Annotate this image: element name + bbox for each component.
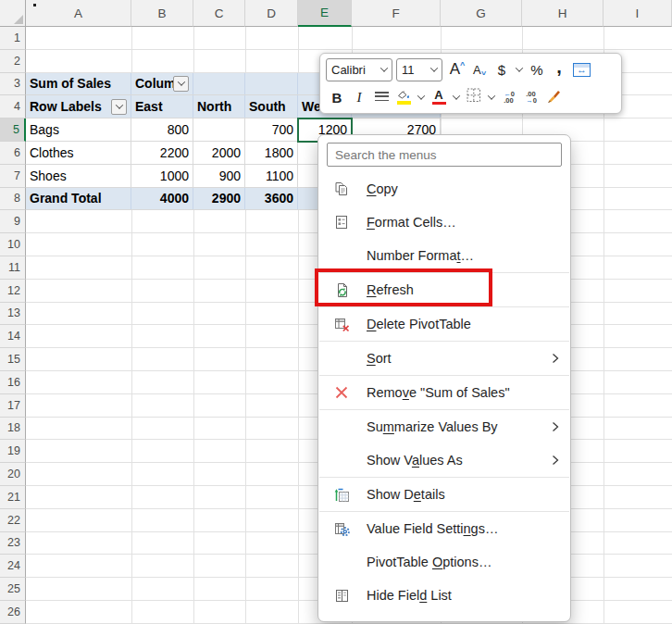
col-header-h[interactable]: H	[522, 0, 604, 27]
pivot-value-cell[interactable]: 3600	[245, 188, 298, 210]
menu-item-copy[interactable]: Copy	[318, 172, 570, 206]
column-labels-filter-button[interactable]	[173, 76, 189, 92]
mini-toolbar-row-2: B I A ←0.0	[326, 83, 616, 111]
row-header-23[interactable]: 23	[0, 532, 26, 555]
row-header-10[interactable]: 10	[0, 233, 26, 256]
font-name-select[interactable]: Calibri	[326, 58, 392, 81]
decrease-font-size-button[interactable]: A^	[468, 57, 491, 81]
format-painter-button[interactable]	[542, 85, 565, 109]
accounting-format-dropdown[interactable]	[513, 57, 526, 81]
select-all-corner[interactable]	[0, 0, 26, 27]
menu-item-number-format[interactable]: Number Format…	[318, 239, 570, 272]
borders-button[interactable]	[463, 85, 485, 109]
pivot-cell-empty[interactable]	[245, 73, 298, 95]
menu-item-summarize-values-by[interactable]: Summarize Values By	[318, 410, 570, 443]
fill-color-dropdown[interactable]	[415, 85, 428, 109]
font-color-dropdown[interactable]	[450, 85, 463, 109]
menu-item-value-field-settings[interactable]: Value Field Settings…	[318, 512, 570, 545]
pivot-value-cell[interactable]: 700	[245, 119, 298, 141]
pivot-cell-row-labels[interactable]: Row Labels	[26, 95, 131, 118]
row-header-16[interactable]: 16	[0, 371, 26, 394]
comma-style-button[interactable]: ,	[548, 57, 570, 81]
autofit-column-width-button[interactable]	[570, 57, 593, 81]
row-header-13[interactable]: 13	[0, 303, 26, 326]
row-header-2[interactable]: 2	[0, 50, 26, 73]
accounting-format-button[interactable]: $	[491, 57, 513, 81]
increase-decimal-button[interactable]: ←0.00	[498, 85, 520, 109]
pivot-col-header-east[interactable]: East	[131, 95, 193, 118]
row-header-21[interactable]: 21	[0, 486, 26, 509]
menu-item-pivottable-options[interactable]: PivotTable Options…	[318, 545, 570, 579]
font-size-select[interactable]: 11	[396, 58, 442, 81]
row-labels-filter-button[interactable]	[111, 99, 127, 115]
col-header-c[interactable]: C	[193, 0, 245, 27]
menu-item-delete-pivottable[interactable]: Delete PivotTable	[318, 307, 570, 341]
row-header-11[interactable]: 11	[0, 256, 26, 280]
pivot-row-label[interactable]: Grand Total	[26, 188, 131, 210]
italic-button[interactable]: I	[348, 85, 370, 109]
pivot-cell-column-labels[interactable]: Column Labels	[131, 73, 193, 95]
pivot-cell-measure-label[interactable]: Sum of Sales	[26, 73, 131, 95]
center-align-button[interactable]	[370, 85, 392, 109]
pivot-value-cell[interactable]: 800	[131, 119, 193, 141]
row-header-6[interactable]: 6	[0, 142, 26, 165]
row-header-18[interactable]: 18	[0, 418, 26, 441]
col-header-d[interactable]: D	[245, 0, 298, 27]
pivot-cell-empty[interactable]	[193, 73, 245, 95]
percent-style-button[interactable]: %	[526, 57, 548, 81]
hide-field-list-icon	[330, 588, 354, 604]
fill-color-button[interactable]	[392, 85, 415, 109]
row-header-22[interactable]: 22	[0, 509, 26, 532]
row-header-15[interactable]: 15	[0, 348, 26, 371]
col-header-a[interactable]: A	[26, 0, 131, 27]
row-header-17[interactable]: 17	[0, 394, 26, 418]
menu-item-show-details[interactable]: Show Details	[318, 478, 570, 511]
pivot-value-cell[interactable]: 2900	[193, 188, 245, 210]
pivot-value-cell[interactable]: 1100	[245, 165, 298, 187]
row-header-14[interactable]: 14	[0, 325, 26, 348]
row-header-24[interactable]: 24	[0, 555, 26, 578]
pivot-value-cell[interactable]: 900	[193, 165, 245, 187]
pivot-value-cell[interactable]: 4000	[131, 188, 193, 210]
col-header-f[interactable]: F	[352, 0, 441, 27]
borders-dropdown[interactable]	[485, 85, 498, 109]
row-header-5[interactable]: 5	[0, 119, 26, 142]
row-header-3[interactable]: 3	[0, 73, 26, 96]
menu-item-hide-field-list[interactable]: Hide Field List	[318, 579, 570, 612]
col-header-b[interactable]: B	[131, 0, 193, 27]
menu-search-input[interactable]	[327, 143, 562, 167]
menu-item-remove-sum-of-sales[interactable]: Remove "Sum of Sales"	[318, 376, 570, 409]
row-header-9[interactable]: 9	[0, 210, 26, 233]
chevron-down-icon	[488, 92, 495, 99]
menu-item-show-values-as[interactable]: Show Values As	[318, 443, 570, 477]
increase-font-size-button[interactable]: A^	[446, 57, 468, 81]
row-header-4[interactable]: 4	[0, 95, 26, 119]
row-header-7[interactable]: 7	[0, 165, 26, 188]
font-color-button[interactable]: A	[428, 85, 450, 109]
bold-button[interactable]: B	[326, 85, 348, 109]
row-header-26[interactable]: 26	[0, 601, 26, 624]
pivot-row-label[interactable]: Shoes	[26, 165, 131, 187]
col-header-i[interactable]: I	[604, 0, 672, 27]
menu-item-sort[interactable]: Sort	[318, 342, 570, 375]
row-header-12[interactable]: 12	[0, 280, 26, 303]
row-header-20[interactable]: 20	[0, 463, 26, 486]
row-header-19[interactable]: 19	[0, 440, 26, 463]
pivot-col-header-north[interactable]: North	[193, 95, 245, 118]
row-header-1[interactable]: 1	[0, 27, 26, 50]
pivot-value-cell[interactable]: 2200	[131, 142, 193, 164]
row-header-8[interactable]: 8	[0, 188, 26, 211]
pivot-value-cell[interactable]	[193, 119, 245, 141]
decrease-decimal-button[interactable]: .00→0	[520, 85, 542, 109]
col-header-g[interactable]: G	[441, 0, 522, 27]
pivot-row-label[interactable]: Clothes	[26, 142, 131, 164]
menu-item-format-cells[interactable]: Format Cells…	[318, 206, 570, 239]
row-header-25[interactable]: 25	[0, 578, 26, 601]
pivot-row-label[interactable]: Bags	[26, 119, 131, 141]
pivot-col-header-south[interactable]: South	[245, 95, 298, 118]
pivot-value-cell[interactable]: 1000	[131, 165, 193, 187]
col-header-e[interactable]: E	[298, 0, 352, 27]
pivot-value-cell[interactable]: 2000	[193, 142, 245, 164]
refresh-highlight-annotation	[315, 268, 492, 306]
pivot-value-cell[interactable]: 1800	[245, 142, 298, 164]
